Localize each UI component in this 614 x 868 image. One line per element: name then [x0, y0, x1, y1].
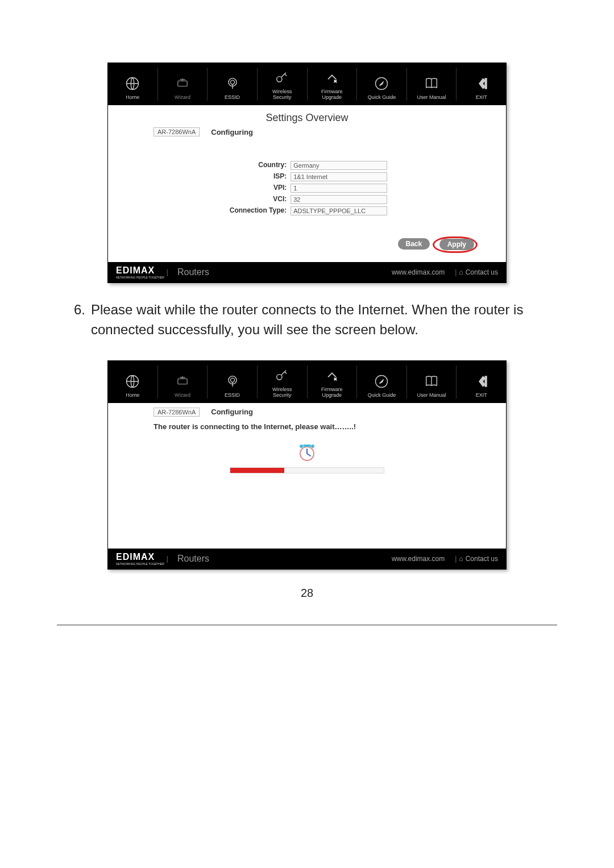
compass-icon [372, 74, 391, 93]
svg-rect-1 [178, 81, 187, 86]
top-nav: Home Wizard ESSID Wireless Security Firm… [108, 63, 506, 105]
page-number: 28 [57, 587, 557, 600]
nav-home[interactable]: Home [108, 366, 158, 398]
exit-icon [472, 372, 491, 391]
nav-wireless-security[interactable]: Wireless Security [258, 366, 308, 398]
footer-url[interactable]: www.edimax.com [392, 555, 445, 563]
svg-point-9 [230, 378, 234, 382]
upgrade-icon [323, 367, 341, 385]
progress-bar-fill [230, 468, 284, 473]
edimax-logo: EDIMAX NETWORKING PEOPLE TOGETHER [116, 552, 164, 566]
configuring-status: Configuring [211, 128, 253, 136]
nav-firmware-upgrade[interactable]: Firmware Upgrade [308, 68, 358, 101]
svg-rect-13 [485, 376, 487, 387]
footer-contact[interactable]: ⌂ Contact us [459, 268, 498, 276]
configuring-status: Configuring [211, 408, 253, 416]
exit-icon [472, 74, 491, 93]
svg-point-2 [230, 80, 234, 84]
nav-essid[interactable]: ESSID [208, 68, 258, 101]
book-icon [422, 74, 441, 93]
progress-bar [230, 467, 384, 474]
key-icon [273, 367, 291, 385]
nav-exit[interactable]: EXIT [457, 68, 506, 101]
footer-routers: Routers [177, 554, 209, 564]
svg-rect-15 [303, 445, 311, 447]
book-icon [422, 372, 441, 391]
key-icon [273, 69, 291, 87]
isp-label: ISP: [226, 171, 290, 182]
home-icon: ⌂ [459, 555, 463, 563]
screenshot-connecting: Home Wizard ESSID Wireless Security Firm… [107, 360, 507, 570]
edimax-logo: EDIMAX NETWORKING PEOPLE TOGETHER [116, 265, 164, 279]
nav-wizard[interactable]: Wizard [158, 366, 208, 398]
settings-table: Country: ISP: VPI: VCI: Connection Type: [226, 159, 388, 216]
screenshot-settings-overview: Home Wizard ESSID Wireless Security Firm… [107, 63, 507, 283]
wizard-icon [173, 74, 192, 93]
svg-rect-6 [485, 78, 487, 89]
footer: EDIMAX NETWORKING PEOPLE TOGETHER | Rout… [108, 549, 506, 569]
page-footer-rule [57, 625, 557, 625]
footer-url[interactable]: www.edimax.com [392, 268, 445, 276]
connection-type-label: Connection Type: [226, 205, 290, 216]
country-label: Country: [226, 159, 290, 171]
clock-icon [296, 441, 318, 464]
wizard-icon [173, 372, 192, 391]
svg-point-4 [277, 77, 282, 82]
vci-input[interactable] [291, 195, 387, 204]
country-input[interactable] [291, 161, 387, 170]
home-icon: ⌂ [459, 268, 463, 276]
nav-quick-guide[interactable]: Quick Guide [357, 68, 407, 101]
footer-contact[interactable]: ⌂ Contact us [459, 555, 498, 563]
globe-icon [123, 74, 142, 93]
back-button[interactable]: Back [398, 238, 430, 250]
apply-button[interactable]: Apply [439, 239, 474, 250]
antenna-icon [223, 372, 242, 391]
nav-wizard[interactable]: Wizard [158, 68, 208, 101]
footer-routers: Routers [177, 267, 209, 277]
svg-point-17 [311, 445, 314, 448]
connection-type-input[interactable] [291, 206, 387, 215]
model-number: AR-7286WnA [154, 127, 200, 136]
nav-exit[interactable]: EXIT [457, 366, 506, 398]
model-number: AR-7286WnA [154, 408, 200, 417]
isp-input[interactable] [291, 172, 387, 181]
vpi-label: VPI: [226, 182, 290, 193]
compass-icon [372, 372, 391, 391]
svg-rect-8 [178, 379, 187, 384]
top-nav-2: Home Wizard ESSID Wireless Security Firm… [108, 361, 506, 403]
nav-user-manual[interactable]: User Manual [407, 68, 457, 101]
svg-point-16 [300, 445, 303, 448]
nav-home[interactable]: Home [108, 68, 158, 101]
instruction-step-6: 6. Please wait while the router connects… [63, 300, 551, 340]
svg-point-11 [277, 374, 282, 379]
instruction-text: Please wait while the router connects to… [91, 300, 551, 340]
nav-essid[interactable]: ESSID [208, 366, 258, 398]
nav-user-manual[interactable]: User Manual [407, 366, 457, 398]
instruction-number: 6. [63, 300, 91, 340]
globe-icon [123, 372, 142, 391]
nav-wireless-security[interactable]: Wireless Security [258, 68, 308, 101]
connecting-message: The router is connecting to the Internet… [154, 422, 495, 431]
nav-firmware-upgrade[interactable]: Firmware Upgrade [308, 366, 358, 398]
nav-quick-guide[interactable]: Quick Guide [357, 366, 407, 398]
settings-overview-title: Settings Overview [119, 112, 495, 124]
apply-highlight-circle: Apply [433, 236, 478, 253]
vpi-input[interactable] [291, 184, 387, 193]
upgrade-icon [323, 69, 341, 87]
vci-label: VCI: [226, 193, 290, 205]
antenna-icon [223, 74, 242, 93]
footer: EDIMAX NETWORKING PEOPLE TOGETHER | Rout… [108, 262, 506, 283]
